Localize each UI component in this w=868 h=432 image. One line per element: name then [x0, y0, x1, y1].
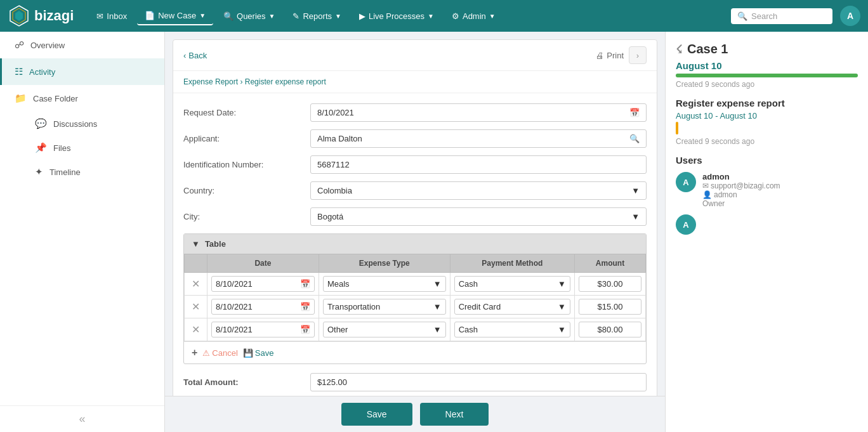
expense-dropdown-icon: ▼: [433, 302, 442, 311]
case-created-label: Created 9 seconds ago: [676, 80, 858, 89]
nav-reports[interactable]: ✎ Reports ▼: [285, 8, 348, 25]
sidebar-collapse-button[interactable]: «: [0, 405, 164, 432]
id-number-field: 5687112: [310, 155, 647, 174]
sidebar-item-files[interactable]: 📌 Files: [25, 136, 164, 160]
amount-cell: $80.00: [574, 318, 645, 341]
id-number-label: Identification Number:: [183, 160, 310, 169]
delete-row-button[interactable]: ✕: [192, 324, 200, 335]
case-date: August 10: [676, 60, 858, 71]
amount-input[interactable]: $80.00: [579, 322, 641, 337]
id-number-row: Identification Number: 5687112: [183, 155, 647, 174]
payment-method-cell: Credit Card ▼: [450, 296, 574, 318]
delete-cell: ✕: [185, 296, 207, 318]
payment-dropdown-icon: ▼: [558, 325, 566, 334]
id-number-input[interactable]: 5687112: [310, 155, 647, 174]
city-select[interactable]: Bogotá ▼: [310, 207, 647, 226]
bottom-bar: Save Next: [165, 396, 665, 432]
task-created-label: Created 9 seconds ago: [676, 137, 858, 146]
logo-icon: [8, 4, 30, 27]
request-date-label: Request Date:: [183, 108, 310, 117]
user-avatar[interactable]: A: [840, 6, 860, 26]
back-button[interactable]: ‹ Back: [183, 51, 207, 60]
sidebar-item-timeline[interactable]: ✦ Timeline: [25, 160, 164, 184]
form-body: Request Date: 8/10/2021 📅 Applicant:: [173, 93, 657, 396]
sidebar-item-discussions[interactable]: 💬 Discussions: [25, 112, 164, 136]
add-row-button[interactable]: +: [192, 347, 197, 358]
date-input[interactable]: 8/10/2021 📅: [211, 299, 315, 315]
country-select[interactable]: Colombia ▼: [310, 181, 647, 200]
task-indicator: [676, 122, 678, 134]
payment-method-select[interactable]: Cash ▼: [454, 322, 570, 337]
nav-live-processes[interactable]: ▶ Live Processes ▼: [352, 8, 442, 25]
nav-queries[interactable]: 🔍 Queries ▼: [216, 8, 282, 25]
logo: bizagi: [8, 4, 74, 27]
date-input[interactable]: 8/10/2021 📅: [211, 276, 315, 292]
delete-row-button[interactable]: ✕: [192, 301, 200, 312]
delete-row-button[interactable]: ✕: [192, 278, 200, 289]
back-chevron-icon: ‹: [183, 51, 186, 60]
payment-method-cell: Cash ▼: [450, 318, 574, 341]
col-expense-type: Expense Type: [319, 254, 450, 273]
expense-type-select[interactable]: Transportation ▼: [323, 299, 446, 315]
form-topbar: ‹ Back 🖨 Print ›: [173, 40, 657, 71]
expense-table: Date Expense Type Payment Method Amount …: [184, 254, 646, 341]
amount-input[interactable]: $30.00: [579, 276, 641, 292]
case-icon: ☇: [676, 43, 682, 56]
date-cell: 8/10/2021 📅: [207, 273, 319, 296]
delete-cell: ✕: [185, 318, 207, 341]
sidebar-item-case-folder[interactable]: 📁 Case Folder: [0, 85, 164, 112]
search-box[interactable]: 🔍 Search: [731, 8, 832, 24]
date-calendar-icon: 📅: [300, 302, 310, 311]
next-button[interactable]: Next: [420, 403, 489, 426]
expense-type-select[interactable]: Meals ▼: [323, 276, 446, 292]
sidebar-item-overview[interactable]: ☍ Overview: [0, 32, 164, 58]
owner-badge: Owner: [702, 199, 780, 208]
date-input[interactable]: 8/10/2021 📅: [211, 322, 315, 337]
user-name: admon: [702, 172, 780, 181]
inbox-icon: ✉: [96, 11, 103, 21]
form-panel: ‹ Back 🖨 Print › Expen: [173, 39, 657, 396]
cancel-button[interactable]: ⚠ Cancel: [202, 348, 237, 358]
save-button[interactable]: Save: [341, 403, 412, 426]
svg-marker-2: [15, 11, 23, 21]
cancel-icon: ⚠: [202, 348, 210, 358]
sidebar-item-activity[interactable]: ☷ Activity: [0, 58, 164, 85]
nav-admin[interactable]: ⚙ Admin ▼: [444, 8, 503, 25]
timeline-icon: ✦: [35, 166, 43, 178]
main-layout: ☍ Overview ☷ Activity 📁 Case Folder 💬 Di…: [0, 32, 868, 432]
expense-type-cell: Meals ▼: [319, 273, 450, 296]
print-button[interactable]: 🖨 Print: [596, 51, 624, 60]
nav-new-case[interactable]: 📄 New Case ▼: [137, 7, 213, 25]
nav-inbox[interactable]: ✉ Inbox: [89, 8, 135, 25]
amount-cell: $30.00: [574, 273, 645, 296]
date-calendar-icon: 📅: [300, 325, 310, 334]
expense-table-body: ✕ 8/10/2021 📅 Meals ▼ Cash ▼: [185, 273, 646, 341]
activity-icon: ☷: [15, 66, 23, 77]
date-cell: 8/10/2021 📅: [207, 296, 319, 318]
user-info-admon: admon ✉ support@bizagi.com 👤 admon Owner: [702, 172, 780, 208]
applicant-input[interactable]: Alma Dalton 🔍: [310, 129, 647, 148]
expense-type-select[interactable]: Other ▼: [323, 322, 446, 337]
task-dates: August 10 - August 10: [676, 111, 858, 121]
right-panel: ☇ Case 1 August 10 Created 9 seconds ago…: [665, 32, 868, 432]
next-nav-button[interactable]: ›: [629, 46, 647, 64]
reports-icon: ✎: [293, 11, 299, 21]
user-row-extra: A: [676, 214, 858, 235]
breadcrumb: Expense Report › Register expense report: [173, 71, 657, 93]
table-header[interactable]: ▼ Table: [184, 234, 646, 254]
applicant-label: Applicant:: [183, 134, 310, 143]
total-amount-row: Total Amount: $125.00: [183, 373, 647, 391]
save-row-button[interactable]: 💾 Save: [243, 348, 274, 358]
dropdown-arrow-icon: ▼: [631, 186, 640, 195]
amount-input[interactable]: $15.00: [579, 299, 641, 315]
case-title: ☇ Case 1: [676, 42, 858, 56]
payment-method-select[interactable]: Credit Card ▼: [454, 299, 570, 315]
table-row: ✕ 8/10/2021 📅 Other ▼ Cash ▼: [185, 318, 646, 341]
request-date-input[interactable]: 8/10/2021 📅: [310, 103, 647, 122]
payment-method-select[interactable]: Cash ▼: [454, 276, 570, 292]
applicant-field: Alma Dalton 🔍: [310, 129, 647, 148]
date-calendar-icon: 📅: [300, 279, 310, 289]
queries-arrow: ▼: [269, 13, 275, 20]
col-payment-method: Payment Method: [450, 254, 574, 273]
sidebar-sub: 💬 Discussions 📌 Files ✦ Timeline: [0, 112, 164, 184]
